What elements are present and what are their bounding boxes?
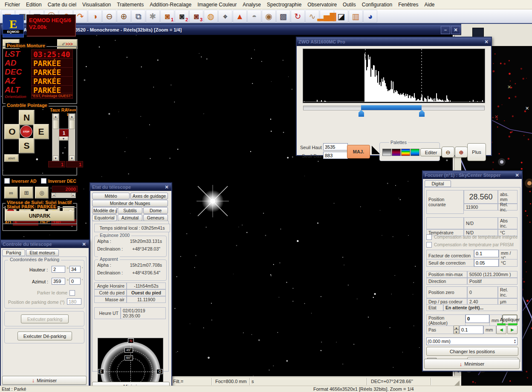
menu-carte-du-ciel[interactable]: Carte du ciel bbox=[45, 1, 79, 9]
position-absolue-input[interactable] bbox=[466, 314, 489, 323]
tab-equatorial[interactable]: Equatorial bbox=[92, 214, 117, 221]
camera-1-icon[interactable]: ◙1 bbox=[160, 10, 174, 23]
histogram-tool-icon[interactable]: ▥ bbox=[349, 10, 363, 23]
contrast-icon[interactable]: ◑ bbox=[88, 10, 102, 23]
menu-visualisation[interactable]: Visualisation bbox=[79, 1, 114, 9]
palette-rainbow-swatch[interactable] bbox=[401, 149, 410, 156]
resize-grip[interactable] bbox=[454, 380, 460, 386]
minimiser-button[interactable]: ↓ Minimiser bbox=[424, 359, 520, 369]
executer-deparking-button[interactable]: Exécuter Dé-parking bbox=[17, 331, 72, 340]
camera-3-icon[interactable]: ◙3 bbox=[189, 10, 203, 23]
executer-parking-button[interactable]: Exécuter parking bbox=[21, 314, 69, 323]
peak-icon[interactable]: ▲ bbox=[233, 10, 247, 23]
stop-slew-button[interactable]: STOP bbox=[20, 125, 32, 138]
black-triangle-icon[interactable] bbox=[372, 146, 380, 154]
speed-slider[interactable]: ◄ ► bbox=[51, 193, 76, 198]
binoculars-button[interactable]: ∞ bbox=[4, 187, 18, 199]
azimut-min-input[interactable] bbox=[69, 278, 81, 285]
tab-m-t-o[interactable]: Météo bbox=[92, 193, 130, 199]
invert-icon[interactable]: ◪ bbox=[334, 10, 348, 23]
menu-edition[interactable]: Edition bbox=[23, 1, 45, 9]
slew-east-button[interactable]: E bbox=[33, 124, 49, 139]
menu-spectrographie[interactable]: Spectrographie bbox=[264, 1, 304, 9]
tab-axes-de-guidage[interactable]: Axes de guidage bbox=[130, 193, 168, 199]
histogram-titlebar[interactable]: ZWO ASI1600MC Pro ✕ bbox=[297, 37, 491, 46]
tab-geneurs[interactable]: Geneurs bbox=[143, 214, 168, 221]
seuil-bas-input[interactable] bbox=[323, 152, 348, 159]
grid-window-button[interactable]: ⊞ bbox=[20, 187, 33, 199]
palette-heat-swatch[interactable] bbox=[392, 149, 401, 156]
telescope-state-titlebar[interactable]: Etat du télescope ✕ bbox=[90, 183, 171, 191]
minimize-button[interactable]: – bbox=[441, 26, 450, 34]
close-icon[interactable]: ✕ bbox=[514, 173, 520, 178]
maj-button[interactable]: MAJ. bbox=[347, 145, 370, 159]
palette-ocean-swatch[interactable] bbox=[411, 149, 419, 156]
filter-wheel-icon[interactable]: ◍ bbox=[204, 10, 218, 23]
menu-configuration[interactable]: Configuration bbox=[359, 1, 395, 9]
menu-analyse[interactable]: Analyse bbox=[240, 1, 264, 9]
high-threshold-handle[interactable] bbox=[419, 110, 425, 117]
azimut-deg-input[interactable] bbox=[52, 278, 65, 285]
zoom-in-icon[interactable]: ⊕ bbox=[117, 10, 131, 23]
rate-select-value[interactable]: 1 bbox=[59, 129, 69, 137]
minimiser-button[interactable]: ↓ Minimiser bbox=[2, 376, 87, 385]
telescope-control-titlebar[interactable]: Controle du télescope ✕ bbox=[1, 240, 89, 248]
observatory-icon[interactable]: ◕ bbox=[363, 10, 377, 23]
slew-west-button[interactable]: O bbox=[4, 124, 20, 139]
menu-imagerie-couleur[interactable]: Imagerie Couleur bbox=[194, 1, 240, 9]
menu-outils[interactable]: Outils bbox=[340, 1, 359, 9]
zoom-out-histogram-icon[interactable]: ⊖ bbox=[442, 147, 454, 158]
camera-2-icon[interactable]: ◙2 bbox=[175, 10, 189, 23]
close-button[interactable]: ✕ bbox=[451, 26, 460, 34]
tab-parking[interactable]: Parking bbox=[2, 249, 25, 256]
move-in-button[interactable]: ◄ bbox=[496, 326, 506, 334]
tab-etat-moteurs[interactable]: Etat moteurs bbox=[26, 249, 59, 256]
menu-addition-recalage[interactable]: Addition-Recalage bbox=[147, 1, 194, 9]
tab-mod-le-de-pointage[interactable]: Modèle de pointage bbox=[92, 207, 117, 214]
parker-dome-checkbox[interactable] bbox=[69, 290, 75, 296]
changer-positions-button[interactable]: Changer les positions bbox=[426, 347, 518, 356]
tab-digital[interactable]: Digital bbox=[425, 180, 451, 187]
plus-button[interactable]: Plus bbox=[467, 143, 486, 161]
parking-dome-pos-input[interactable] bbox=[67, 298, 81, 305]
inverser-dec-checkbox[interactable] bbox=[41, 178, 46, 184]
rotate-icon[interactable]: ↻ bbox=[291, 10, 305, 23]
comp-prism-checkbox[interactable] bbox=[426, 242, 432, 248]
slew-south-button[interactable]: S bbox=[19, 138, 35, 153]
tab-azimutal[interactable]: Azimutal bbox=[118, 214, 142, 221]
unpark-button[interactable]: UNPARK bbox=[5, 211, 75, 221]
tools-icon[interactable]: ◉ bbox=[262, 10, 276, 23]
pas-input[interactable] bbox=[460, 326, 483, 334]
close-icon[interactable]: ✕ bbox=[483, 39, 489, 45]
close-icon[interactable]: ✕ bbox=[81, 242, 87, 247]
slew-north-button[interactable]: N bbox=[19, 110, 35, 125]
ablett-button[interactable]: ablett bbox=[4, 154, 19, 162]
taux-ra-slider[interactable]: ▲▼ bbox=[52, 113, 59, 161]
preset-spinner-icon[interactable]: ▲▼ bbox=[514, 339, 516, 344]
threshold-range-bar[interactable] bbox=[361, 105, 422, 110]
move-out-button[interactable]: ► bbox=[507, 326, 518, 334]
focuser-titlebar[interactable]: Focuser (n°1) : SkyCenter Stepper ✕ bbox=[423, 171, 522, 179]
autoguider-icon[interactable]: ⌖ bbox=[218, 10, 232, 23]
tab-moniteur-de-nuages[interactable]: Moniteur de Nuages bbox=[92, 200, 168, 207]
hauteur-min-input[interactable] bbox=[69, 266, 81, 273]
taux-dec-slider[interactable]: ▲▼ bbox=[68, 113, 75, 161]
palette-gray-swatch[interactable] bbox=[382, 149, 391, 156]
zoom-out-icon[interactable]: ⊖ bbox=[102, 10, 116, 23]
menu-fichier[interactable]: Fichier bbox=[2, 1, 23, 9]
hauteur-deg-input[interactable] bbox=[52, 266, 65, 273]
menu-observatoire[interactable]: Observatoire bbox=[304, 1, 340, 9]
menu-fen-tres[interactable]: Fenêtres bbox=[395, 1, 421, 9]
tab-dome[interactable]: Dome bbox=[143, 207, 168, 214]
rate-select-dropdown-icon[interactable]: ▼ bbox=[59, 136, 68, 141]
spiral-search-button[interactable]: ◎ bbox=[35, 187, 49, 199]
close-icon[interactable]: ✕ bbox=[164, 184, 170, 190]
gear-wheel-icon[interactable]: ✱ bbox=[146, 10, 160, 23]
editer-button[interactable]: Editer bbox=[420, 148, 442, 156]
low-threshold-handle[interactable] bbox=[359, 110, 364, 117]
menu-traitements[interactable]: Traitements bbox=[114, 1, 147, 9]
seuil-haut-input[interactable] bbox=[323, 143, 348, 150]
dome-icon[interactable]: ◓ bbox=[247, 10, 261, 23]
comp-auto-checkbox[interactable] bbox=[426, 234, 432, 240]
pas-down-icon[interactable]: ▼ bbox=[454, 330, 459, 334]
